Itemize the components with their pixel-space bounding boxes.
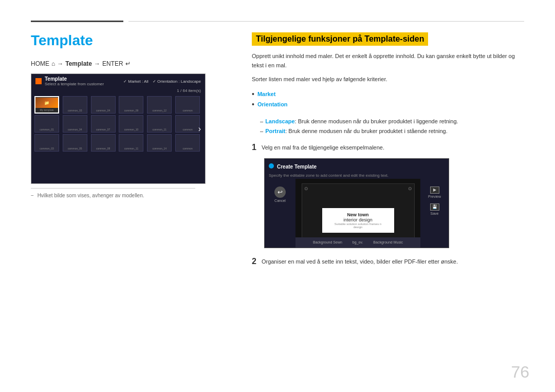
ct-corner-icon-tr: ⊙ xyxy=(408,186,412,191)
page-title: Template xyxy=(31,32,231,49)
preview-label: Preview xyxy=(428,195,441,198)
step-1-text: Velg en mal fra de tilgjengelige eksempe… xyxy=(262,142,384,152)
right-column: Tilgjengelige funksjoner på Template-sid… xyxy=(252,32,524,377)
intro-text-1: Opprett unikt innhold med maler. Det er … xyxy=(252,52,524,70)
sub-bullet-landscape: – Landscape: Bruk denne modusen når du b… xyxy=(260,117,524,126)
bullet-list: • Market • Orientation xyxy=(252,89,524,110)
create-template-ui: Create Template Specify the editable zon… xyxy=(264,158,449,248)
thumb-label: common_05 xyxy=(68,147,82,150)
filter-market[interactable]: ✓ Market : All xyxy=(123,79,149,84)
template-thumb[interactable]: common_11 xyxy=(147,115,172,133)
breadcrumb-arrow1: → xyxy=(57,60,63,67)
home-label: HOME xyxy=(31,60,49,67)
template-thumb[interactable]: common_14 xyxy=(147,134,172,152)
sub-dash: – xyxy=(260,117,263,126)
cancel-icon: ↩ xyxy=(274,186,286,198)
landscape-text: : Bruk denne modusen når du bruker produ… xyxy=(295,118,458,124)
thumb-label: common_04 xyxy=(96,109,110,112)
thumb-label: common_03 xyxy=(68,109,82,112)
portrait-text: : Bruk denne modusen når du bruker produ… xyxy=(285,128,448,134)
ct-title: Create Template xyxy=(277,164,317,170)
filter-orientation[interactable]: ✓ Orientation : Landscape xyxy=(153,79,201,84)
step-2: 2 Organiser en mal ved å sette inn tekst… xyxy=(252,256,524,266)
thumb-label: common xyxy=(183,109,193,112)
template-thumb[interactable]: common_05 xyxy=(63,134,87,152)
template-thumb[interactable]: common_04 xyxy=(91,96,116,114)
content-area: Template HOME ⌂ → Template → ENTER ↵ T xyxy=(31,32,524,377)
template-thumb[interactable]: common xyxy=(175,134,200,152)
ct-left-panel: ↩ Cancel xyxy=(265,179,295,247)
market-label: Market xyxy=(257,89,275,100)
template-thumb[interactable]: common_03 xyxy=(63,96,87,114)
thumb-label: common_08 xyxy=(96,147,110,150)
image-note: − Hvilket bilde som vises, avhenger av m… xyxy=(31,193,231,198)
template-thumb[interactable]: common xyxy=(175,115,200,133)
nav-arrow-right[interactable]: › xyxy=(198,124,201,134)
template-thumb[interactable]: common xyxy=(175,96,200,114)
ct-preview-button[interactable]: ▶ Preview xyxy=(428,186,441,198)
breadcrumb-arrow2: → xyxy=(94,60,100,67)
template-thumb[interactable]: common_10 xyxy=(119,115,143,133)
breadcrumb-enter: ENTER xyxy=(102,60,123,67)
thumb-label: common_09 xyxy=(124,109,139,112)
section-title: Tilgjengelige funksjoner på Template-sid… xyxy=(252,32,428,46)
ct-corner-icon-tl: ⊙ xyxy=(304,186,308,191)
divider-line xyxy=(31,188,195,189)
thumb-label: common_04 xyxy=(68,128,82,131)
template-ui-header-left: Template Select a template from customer xyxy=(35,76,104,86)
ct-subtitle: Specify the editable zone to add content… xyxy=(265,173,449,178)
bullet-market: • Market xyxy=(252,89,524,100)
bottom-item-1: Background Sewn xyxy=(313,240,342,244)
my-template-thumb[interactable]: 📁 My template xyxy=(34,96,59,114)
template-ui-mock: Template Select a template from customer… xyxy=(31,73,206,184)
ct-text-main: New town xyxy=(330,212,386,217)
ct-bottom-bar: Background Sewn bg_ov. Background Music xyxy=(295,237,420,248)
intro-text-2: Sorter listen med maler ved hjelp av føl… xyxy=(252,75,524,84)
template-thumb[interactable]: common_11 xyxy=(119,134,143,152)
template-thumb[interactable]: common_04 xyxy=(63,115,87,133)
template-thumb[interactable]: common_09 xyxy=(119,96,143,114)
item-count: 1 / 64 item(s) xyxy=(31,88,205,94)
top-line-light xyxy=(128,21,524,22)
cancel-label: Cancel xyxy=(274,199,286,202)
template-thumb[interactable]: common_12 xyxy=(147,96,172,114)
thumb-label: common_07 xyxy=(96,128,110,131)
thumb-label: common xyxy=(183,128,193,131)
thumb-label: common_10 xyxy=(124,128,139,131)
sub-bullet-portrait: – Portrait: Bruk denne modusen når du br… xyxy=(260,126,524,136)
page-number: 76 xyxy=(511,363,529,382)
bottom-item-2: bg_ov. xyxy=(353,240,363,244)
step-2-text: Organiser en mal ved å sette inn tekst, … xyxy=(262,256,458,266)
thumb-label: common xyxy=(183,147,193,150)
template-thumb[interactable]: common_01 xyxy=(34,115,59,133)
image-note-dash: − xyxy=(31,193,34,198)
ct-cancel-button[interactable]: ↩ Cancel xyxy=(274,186,286,202)
thumb-label: common_12 xyxy=(153,109,167,112)
top-line-dark xyxy=(31,21,123,22)
home-icon: ⌂ xyxy=(51,60,55,67)
ct-text-tiny: Suitable solution solution frames n desi… xyxy=(330,222,386,229)
save-label: Save xyxy=(431,212,439,215)
ct-text-box: New town interior design Suitable soluti… xyxy=(322,208,394,233)
top-lines xyxy=(31,21,524,22)
image-note-text: Hvilket bilde som vises, avhenger av mod… xyxy=(38,193,144,198)
bullet-dot: • xyxy=(252,89,254,100)
template-thumb[interactable]: common_03 xyxy=(34,134,59,152)
template-thumb[interactable]: common_07 xyxy=(91,115,116,133)
my-template-image: 📁 xyxy=(35,98,58,108)
template-thumb[interactable]: common_08 xyxy=(91,134,116,152)
thumb-label: common_11 xyxy=(124,147,139,150)
ct-header: Create Template xyxy=(265,159,449,173)
ct-icon xyxy=(269,163,274,169)
enter-icon: ↵ xyxy=(125,60,131,67)
breadcrumb-template: Template xyxy=(65,60,92,67)
step-2-number: 2 xyxy=(252,256,256,266)
sub-bullet-list: – Landscape: Bruk denne modusen når du b… xyxy=(260,117,524,136)
template-grid: 📁 My template common_03 common_04 common… xyxy=(31,94,205,154)
ct-canvas-area: ⊙ ⊙ New town interior design Suitable so… xyxy=(302,183,415,242)
ct-save-button[interactable]: 💾 Save xyxy=(430,203,439,215)
preview-icon: ▶ xyxy=(430,186,439,194)
portrait-label: Portrait xyxy=(265,128,285,134)
breadcrumb: HOME ⌂ → Template → ENTER ↵ xyxy=(31,60,231,67)
orientation-label: Orientation xyxy=(257,100,288,110)
